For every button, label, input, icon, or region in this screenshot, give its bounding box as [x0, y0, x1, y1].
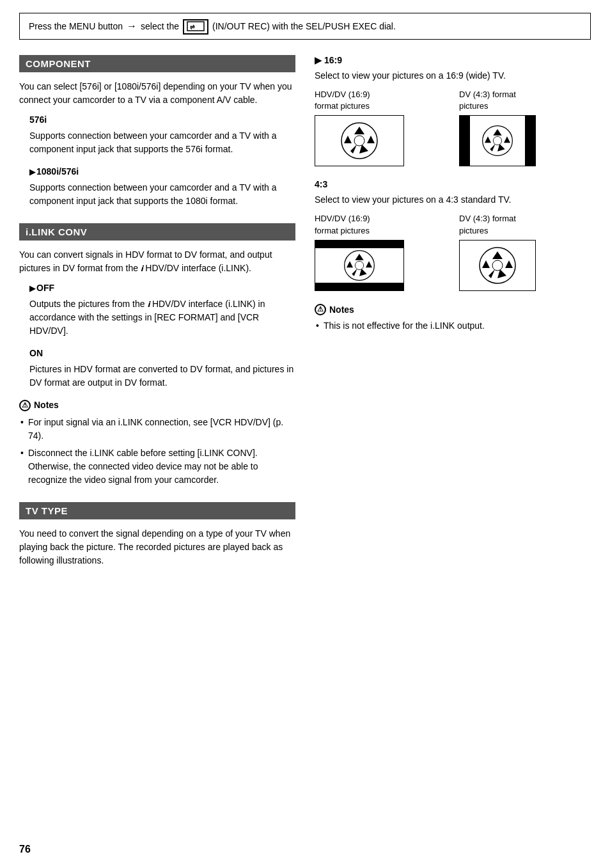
subsection-1080i: ▶1080i/576i Supports connection between …: [29, 165, 295, 208]
tv-type-section: TV TYPE You need to convert the signal d…: [19, 502, 295, 567]
arrow-1080i: ▶: [29, 168, 35, 177]
soccer-ball-svg-4: [478, 246, 517, 285]
label-hdv-4-3: HDV/DV (16:9)format pictures: [315, 213, 446, 236]
off-title-text: OFF: [36, 283, 54, 293]
off-title: ▶OFF: [29, 281, 295, 295]
svg-text:⇌: ⇌: [190, 24, 195, 30]
rec-icon: ⇌: [183, 19, 208, 35]
subsection-on: ON Pictures in HDV format are converted …: [29, 347, 295, 390]
component-body: You can select [576i] or [1080i/576i] de…: [19, 80, 295, 208]
image-block-hdv-4-3: HDV/DV (16:9)format pictures: [315, 213, 446, 290]
aspect-16-9-section: ▶ 16:9 Select to view your pictures on a…: [315, 55, 591, 166]
tv-type-body: You need to convert the signal depending…: [19, 527, 295, 567]
576i-body: Supports connection between your camcord…: [29, 129, 295, 156]
inout-rec-symbol: ⇌: [187, 21, 205, 31]
instruction-text-3: (IN/OUT REC) with the SEL/PUSH EXEC dial…: [212, 21, 396, 31]
tv-type-intro: You need to convert the signal depending…: [19, 527, 295, 567]
on-title: ON: [29, 347, 295, 360]
aspect-4-3-section: 4:3 Select to view your pictures on a 4:…: [315, 179, 591, 290]
subsection-off: ▶OFF Outputs the pictures from the i̇ HD…: [29, 281, 295, 338]
page-number: 76: [19, 844, 31, 855]
label-hdv-16-9: HDV/DV (16:9)format pictures: [315, 89, 446, 112]
label-dv-4-3-a: DV (4:3) formatpictures: [459, 89, 591, 112]
notes-icon-ilink: ⚠: [19, 400, 31, 411]
right-notes-title: ⚠ Notes: [315, 304, 591, 315]
ilink-notes-title: ⚠ Notes: [19, 398, 295, 412]
1080i-body: Supports connection between your camcord…: [29, 181, 295, 208]
right-note-1: This is not effective for the i.LINK out…: [315, 319, 591, 333]
subsection-576i: 576i Supports connection between your ca…: [29, 113, 295, 156]
ilink-notes-list: For input signal via an i.LINK connectio…: [19, 416, 295, 487]
component-header: COMPONENT: [19, 55, 295, 72]
image-block-hdv-16-9: HDV/DV (16:9)format pictures: [315, 89, 446, 166]
soccer-ball-svg-3: [343, 249, 375, 281]
soccer-img-pillarbox: [459, 115, 536, 166]
ilink-conv-section: i.LINK CONV You can convert signals in H…: [19, 223, 295, 487]
soccer-img-normal-4-3: [459, 240, 536, 291]
ilink-note-1: For input signal via an i.LINK connectio…: [19, 416, 295, 443]
image-row-16-9: HDV/DV (16:9)format pictures: [315, 89, 591, 166]
left-column: COMPONENT You can select [576i] or [1080…: [19, 55, 295, 583]
instruction-text-2: select the: [141, 21, 179, 31]
right-notes-list: This is not effective for the i.LINK out…: [315, 319, 591, 333]
off-body: Outputs the pictures from the i̇ HDV/DV …: [29, 297, 295, 338]
ilink-notes: ⚠ Notes For input signal via an i.LINK c…: [19, 398, 295, 487]
image-block-dv-4-3-a: DV (4:3) formatpictures: [459, 89, 591, 166]
soccer-img-normal-16-9: [315, 115, 404, 166]
aspect-4-3-title: 4:3: [315, 179, 591, 189]
ilink-intro: You can convert signals in HDV format to…: [19, 248, 295, 275]
soccer-img-letterbox: [315, 240, 404, 291]
right-notes: ⚠ Notes This is not effective for the i.…: [315, 304, 591, 333]
ilink-body: You can convert signals in HDV format to…: [19, 248, 295, 487]
arrow-icon: →: [127, 20, 137, 32]
on-body: Pictures in HDV format are converted to …: [29, 363, 295, 390]
main-layout: COMPONENT You can select [576i] or [1080…: [19, 55, 591, 583]
ilink-note-2: Disconnect the i.LINK cable before setti…: [19, 446, 295, 487]
arrow-off: ▶: [29, 284, 35, 293]
component-intro: You can select [576i] or [1080i/576i] de…: [19, 80, 295, 107]
label-dv-4-3-b: DV (4:3) formatpictures: [459, 213, 591, 236]
ilink-symbol-2: i̇: [147, 300, 152, 309]
1080i-title-text: 1080i/576i: [36, 166, 79, 177]
576i-title: 576i: [29, 113, 295, 127]
component-section: COMPONENT You can select [576i] or [1080…: [19, 55, 295, 208]
tv-type-header: TV TYPE: [19, 502, 295, 519]
image-row-4-3: HDV/DV (16:9)format pictures: [315, 213, 591, 290]
instruction-text-1: Press the MENU button: [29, 21, 123, 31]
image-block-dv-4-3-b: DV (4:3) formatpictures: [459, 213, 591, 290]
aspect-16-9-desc: Select to view your pictures on a 16:9 (…: [315, 69, 591, 83]
soccer-ball-svg-1: [340, 122, 379, 160]
top-instruction-bar: Press the MENU button → select the ⇌ (IN…: [19, 13, 591, 40]
notes-icon-right: ⚠: [315, 304, 326, 315]
ilink-header: i.LINK CONV: [19, 223, 295, 241]
arrow-16-9: ▶: [315, 55, 322, 65]
soccer-ball-svg-2: [481, 125, 513, 157]
aspect-4-3-desc: Select to view your pictures on a 4:3 st…: [315, 193, 591, 207]
aspect-16-9-title: ▶ 16:9: [315, 55, 591, 65]
1080i-title: ▶1080i/576i: [29, 165, 295, 178]
right-column: ▶ 16:9 Select to view your pictures on a…: [315, 55, 591, 583]
